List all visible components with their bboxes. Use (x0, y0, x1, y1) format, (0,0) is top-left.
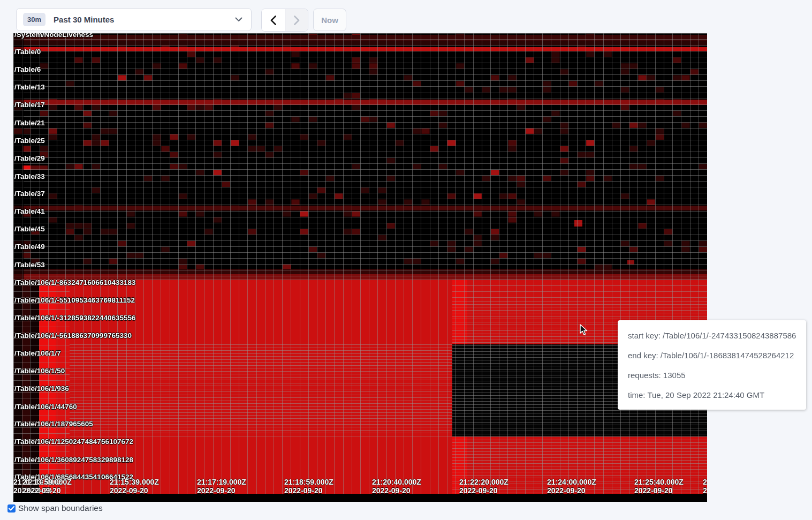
row-label: /Table/25 (14, 137, 45, 145)
time-axis-label: 21:25:40.000Z2022-09-20 (634, 478, 684, 495)
row-label: /Table/106/1/-3128593822440635556 (14, 314, 135, 322)
time-nav-group (261, 9, 308, 32)
span-boundaries-checkbox[interactable] (7, 504, 16, 513)
time-axis-label: 21:18:59.000Z2022-09-20 (284, 478, 333, 495)
row-label: /Table/21 (14, 119, 45, 127)
row-label: /Table/49 (14, 243, 45, 251)
row-label: /Table/106/1/-561886370999765330 (14, 331, 132, 340)
chevron-right-icon (294, 16, 300, 25)
time-axis-label: 21:27:20.000Z2022-09-20 (703, 478, 707, 495)
hover-tooltip: start key: /Table/106/1/-247433150824388… (618, 320, 806, 410)
time-range-label: Past 30 Minutes (54, 15, 114, 24)
span-boundaries-label: Show span boundaries (18, 503, 103, 513)
row-label: /Table/106/1/-5510953463769811152 (14, 296, 135, 305)
row-label: /Table/106/1/7 (14, 349, 61, 358)
row-label: /Table/33 (14, 172, 45, 181)
time-axis-label: 21:15:39.000Z2022-09-20 (110, 478, 159, 495)
now-button[interactable]: Now (313, 9, 346, 31)
time-axis-label: 21:22:20.000Z2022-09-20 (459, 478, 509, 495)
footer-controls: Show span boundaries (7, 503, 103, 513)
row-label: /Table/106/1/-8632471606610433183 (14, 278, 135, 287)
tooltip-end-key: end key: /Table/106/1/-18683814745282642… (628, 351, 801, 360)
row-label: /Table/106/1/187965605 (14, 420, 93, 428)
heatmap-canvas[interactable] (13, 33, 707, 502)
time-range-badge: 30m (23, 13, 45, 26)
key-visualizer[interactable]: /System/NodeLiveness/Table/0/Table/6/Tab… (13, 33, 707, 502)
time-axis-label: 21:17:19.000Z2022-09-20 (197, 478, 246, 495)
row-label: /Table/106/1/3608924758329898128 (14, 456, 133, 464)
row-label: /Table/13 (14, 83, 45, 92)
row-label: /Table/17 (14, 101, 45, 109)
check-icon (9, 506, 14, 511)
chevron-down-icon (235, 17, 242, 22)
row-label: /Table/106/1/50 (14, 367, 65, 375)
row-label: /Table/37 (14, 190, 45, 198)
row-label: /System/NodeLiveness (14, 33, 93, 39)
time-axis-label: 21:20:40.000Z2022-09-20 (372, 478, 421, 495)
row-label: /Table/106/1/1250247484756107672 (14, 438, 133, 446)
next-button[interactable] (285, 9, 308, 31)
tooltip-requests: requests: 13055 (628, 371, 801, 380)
row-label: /Table/0 (14, 48, 41, 56)
row-label: /Table/45 (14, 225, 45, 233)
chevron-left-icon (270, 16, 276, 25)
tooltip-time: time: Tue, 20 Sep 2022 21:24:40 GMT (628, 391, 801, 400)
time-range-dropdown[interactable]: 30m Past 30 Minutes (16, 8, 252, 31)
mouse-cursor-icon (579, 324, 589, 336)
prev-button[interactable] (262, 9, 285, 31)
row-label: /Table/41 (14, 207, 45, 216)
time-axis-label: 21:13:59.000Z2022-09-20 (22, 478, 72, 495)
row-label: /Table/29 (14, 154, 45, 163)
tooltip-start-key: start key: /Table/106/1/-247433150824388… (628, 331, 801, 340)
row-label: /Table/106/1/936 (14, 385, 69, 393)
time-axis-label: 21:24:00.000Z2022-09-20 (547, 478, 596, 495)
row-label: /Table/53 (14, 261, 45, 269)
row-label: /Table/106/1/44760 (14, 403, 77, 411)
row-label: /Table/6 (14, 65, 41, 74)
